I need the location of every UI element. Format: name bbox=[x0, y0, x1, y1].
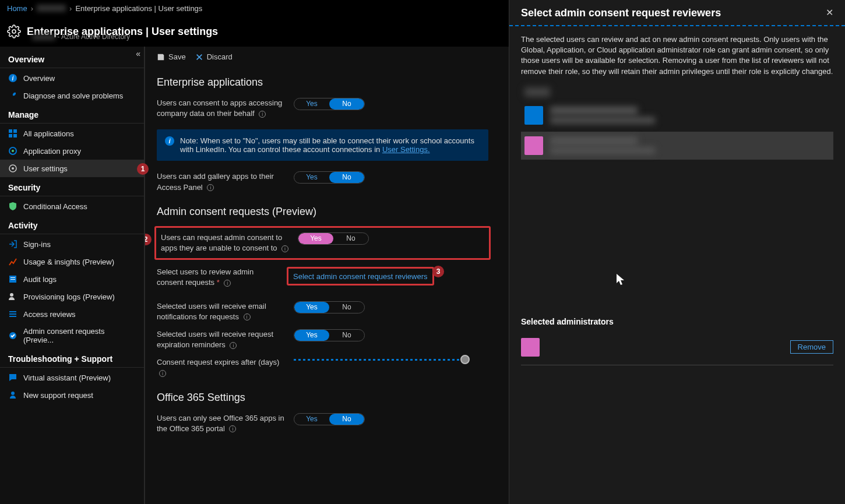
toggle-yes[interactable]: Yes bbox=[298, 233, 333, 244]
discard-button[interactable]: Discard bbox=[195, 52, 233, 61]
select-reviewers-link[interactable]: Select admin consent request reviewers bbox=[293, 272, 428, 281]
reviewer-list bbox=[509, 85, 845, 160]
list-item[interactable] bbox=[521, 101, 833, 129]
discard-label: Discard bbox=[207, 52, 233, 61]
sidebar-item-app-proxy[interactable]: Application proxy bbox=[0, 142, 144, 160]
toggle-no[interactable]: No bbox=[329, 302, 364, 313]
sidebar-item-signins[interactable]: Sign-ins bbox=[0, 235, 144, 253]
info-icon[interactable]: i bbox=[229, 425, 236, 432]
nav-section-activity: Activity bbox=[0, 215, 144, 234]
info-icon[interactable]: i bbox=[224, 280, 231, 287]
svg-rect-17 bbox=[9, 316, 16, 317]
proxy-icon bbox=[8, 146, 17, 156]
sidebar-item-all-apps[interactable]: All applications bbox=[0, 125, 144, 142]
toggle-no[interactable]: No bbox=[333, 233, 368, 244]
label-exp-remind: Selected users will receive request expi… bbox=[157, 329, 294, 350]
toggle-gallery[interactable]: Yes No bbox=[294, 171, 365, 184]
toggle-yes[interactable]: Yes bbox=[294, 414, 329, 425]
grid-icon bbox=[8, 129, 17, 138]
remove-button[interactable]: Remove bbox=[790, 340, 833, 354]
users-icon bbox=[8, 292, 17, 301]
sidebar-item-virtual-assistant[interactable]: Virtual assistant (Preview) bbox=[0, 369, 144, 386]
sidebar-item-conditional-access[interactable]: Conditional Access bbox=[0, 198, 144, 215]
svg-point-14 bbox=[10, 293, 13, 297]
expiry-slider[interactable] bbox=[294, 357, 488, 361]
section-admin-consent: Admin consent requests (Preview) bbox=[145, 196, 500, 224]
list-item[interactable] bbox=[521, 132, 833, 160]
info-icon[interactable]: i bbox=[230, 342, 237, 349]
breadcrumb-current: Enterprise applications | User settings bbox=[75, 4, 202, 13]
info-icon[interactable]: i bbox=[259, 111, 266, 118]
save-label: Save bbox=[168, 52, 186, 61]
section-o365: Office 365 Settings bbox=[145, 382, 500, 410]
close-icon[interactable]: ✕ bbox=[826, 7, 833, 18]
toggle-reminder[interactable]: Yes No bbox=[294, 329, 365, 341]
list-item[interactable] bbox=[521, 85, 833, 99]
slider-thumb[interactable] bbox=[460, 355, 470, 364]
info-icon[interactable]: i bbox=[281, 245, 288, 252]
sidebar-item-label: Usage & insights (Preview) bbox=[23, 258, 114, 266]
tenant-redacted bbox=[32, 34, 55, 40]
sidebar-item-label: All applications bbox=[23, 129, 74, 138]
panel-description: The selected users can review and act on… bbox=[509, 34, 845, 85]
sidebar-item-usage[interactable]: Usage & insights (Preview) bbox=[0, 253, 144, 270]
sidebar-item-admin-consent[interactable]: Admin consent requests (Previe... bbox=[0, 323, 144, 348]
toggle-no[interactable]: No bbox=[329, 98, 364, 110]
info-icon: i bbox=[8, 73, 17, 83]
signin-icon bbox=[8, 239, 17, 249]
sidebar-item-label: Conditional Access bbox=[23, 202, 87, 211]
nav-section-trouble: Troubleshooting + Support bbox=[0, 348, 144, 368]
discard-icon bbox=[195, 53, 203, 61]
save-button[interactable]: Save bbox=[157, 52, 186, 61]
sidebar-item-label: Admin consent requests (Previe... bbox=[23, 327, 136, 344]
sidebar-item-label: Application proxy bbox=[23, 147, 81, 156]
label-email-notif: Selected users will receive email notifi… bbox=[157, 301, 294, 322]
toggle-o365[interactable]: Yes No bbox=[294, 413, 365, 425]
sidebar-item-support[interactable]: New support request bbox=[0, 386, 144, 404]
avatar bbox=[524, 106, 543, 125]
right-panel: Select admin consent request reviewers ✕… bbox=[509, 0, 845, 504]
sidebar-item-overview[interactable]: i Overview bbox=[0, 69, 144, 87]
sidebar-item-user-settings[interactable]: User settings 1 bbox=[0, 160, 144, 177]
toggle-yes[interactable]: Yes bbox=[294, 302, 329, 313]
selected-admins-title: Selected administrators bbox=[509, 317, 845, 332]
label-select-reviewers: Select users to review admin consent req… bbox=[157, 267, 282, 288]
sidebar-item-label: Diagnose and solve problems bbox=[23, 91, 123, 100]
breadcrumb-sep: › bbox=[69, 4, 72, 13]
panel-separator bbox=[521, 365, 833, 365]
sidebar-item-audit[interactable]: Audit logs bbox=[0, 270, 144, 288]
toggle-no[interactable]: No bbox=[329, 172, 364, 183]
selected-admin-row: Remove bbox=[509, 332, 845, 362]
sidebar-item-diagnose[interactable]: Diagnose and solve problems bbox=[0, 87, 144, 104]
toolbar: Save Discard bbox=[145, 47, 500, 67]
avatar bbox=[524, 136, 543, 155]
info-icon[interactable]: i bbox=[207, 184, 214, 191]
sidebar-item-provisioning[interactable]: Provisioning logs (Preview) bbox=[0, 288, 144, 305]
svg-point-19 bbox=[11, 392, 15, 395]
toggle-no[interactable]: No bbox=[329, 414, 364, 425]
label-company-consent: Users can consent to apps accessing comp… bbox=[157, 98, 294, 119]
sidebar-item-label: Provisioning logs (Preview) bbox=[23, 292, 115, 301]
toggle-company-consent[interactable]: Yes No bbox=[294, 98, 365, 110]
sidebar-item-access-reviews[interactable]: Access reviews bbox=[0, 305, 144, 323]
toggle-yes[interactable]: Yes bbox=[294, 330, 329, 341]
toggle-yes[interactable]: Yes bbox=[294, 98, 329, 110]
collapse-sidebar-icon[interactable]: « bbox=[136, 49, 140, 58]
info-bar: i Note: When set to "No", users may stil… bbox=[157, 129, 488, 161]
svg-rect-13 bbox=[10, 279, 15, 280]
toggle-yes[interactable]: Yes bbox=[294, 172, 329, 183]
info-icon[interactable]: i bbox=[244, 313, 251, 320]
svg-text:i: i bbox=[12, 75, 14, 82]
breadcrumb-home[interactable]: Home bbox=[7, 4, 27, 13]
toggle-email[interactable]: Yes No bbox=[294, 301, 365, 313]
toggle-user-request[interactable]: Yes No bbox=[298, 232, 369, 245]
marker-1: 1 bbox=[137, 163, 149, 175]
info-link[interactable]: User Settings. bbox=[382, 145, 430, 154]
label-expires: Consent request expires after (days) i bbox=[157, 357, 294, 378]
support-icon bbox=[8, 390, 17, 400]
svg-rect-16 bbox=[9, 313, 16, 315]
section-enterprise-apps: Enterprise applications bbox=[145, 67, 500, 94]
save-icon bbox=[157, 53, 165, 61]
toggle-no[interactable]: No bbox=[329, 330, 364, 341]
info-icon[interactable]: i bbox=[159, 370, 166, 377]
